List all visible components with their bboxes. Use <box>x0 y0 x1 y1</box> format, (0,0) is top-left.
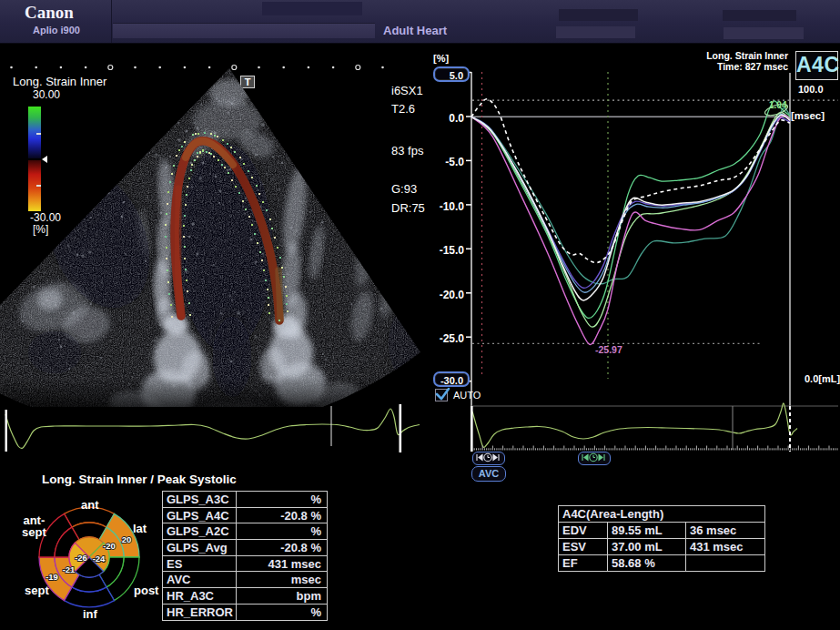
svg-text:-24: -24 <box>93 554 106 564</box>
svg-text:1.04: 1.04 <box>769 100 787 110</box>
svg-text:-26: -26 <box>75 553 87 563</box>
svg-text:20: 20 <box>122 534 132 544</box>
svg-text:-19: -19 <box>46 572 58 582</box>
svg-text:-20: -20 <box>103 541 116 551</box>
svg-text:-21: -21 <box>63 564 76 574</box>
svg-text:-25.97: -25.97 <box>595 344 622 355</box>
